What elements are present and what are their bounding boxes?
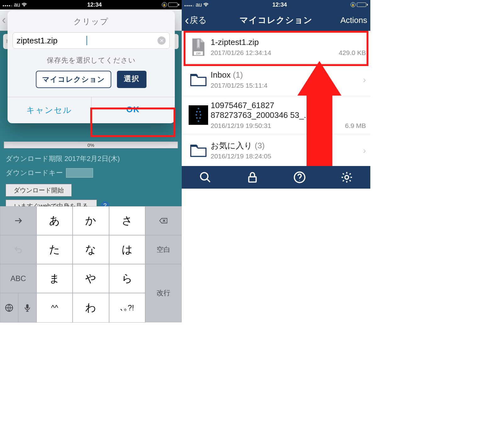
annotation-arrow (305, 61, 334, 166)
signal-dots-icon (3, 2, 13, 8)
nav-title: マイコレクション (240, 14, 312, 26)
progress-bar: 0% (4, 141, 178, 148)
key-mic[interactable] (18, 293, 36, 323)
wifi-icon (21, 3, 27, 7)
svg-point-5 (201, 173, 208, 180)
actions-button[interactable]: Actions (340, 15, 367, 25)
cancel-button[interactable]: キャンセル (8, 97, 91, 123)
key-na[interactable]: な (73, 235, 109, 264)
nav-bar: ‹ 戻る マイコレクション Actions (182, 9, 370, 31)
key-enter[interactable]: 改行 (145, 264, 182, 322)
file-list: ZIP 1-ziptest1.zip 2017/01/26 12:34:14 4… (182, 31, 370, 166)
clear-text-icon[interactable]: ✕ (158, 36, 166, 45)
tab-help[interactable] (276, 166, 323, 189)
download-start-button[interactable]: ダウンロード開始 (6, 184, 72, 196)
list-item[interactable]: ZIP 1-ziptest1.zip 2017/01/26 12:34:14 4… (182, 31, 370, 64)
svg-text:ZIP: ZIP (196, 51, 201, 55)
list-item[interactable]: Inbox (1) 2017/01/25 15:11:4 › (182, 64, 370, 96)
key-punct[interactable]: ､｡?! (109, 293, 145, 323)
tab-lock[interactable] (229, 166, 276, 189)
wifi-icon (203, 3, 209, 7)
japanese-keyboard[interactable]: あ か さ た な は 空白 ABC ま (0, 206, 182, 323)
carrier-label: au (196, 2, 202, 8)
file-date: 2016/12/19 18:24:05 (211, 152, 271, 160)
file-date: 2016/12/19 19:50:31 (211, 122, 271, 130)
ok-button[interactable]: OK (91, 97, 175, 123)
key-input[interactable] (66, 168, 93, 178)
left-screenshot: au 12:34 🔒 ‹ h 0% ダウンロード期限 2017年2月2日(木) … (0, 0, 182, 323)
save-dialog: クリップ ziptest1.zip ✕ 保存先を選択してください マイコレクショ… (8, 11, 175, 123)
key-backspace[interactable] (145, 206, 182, 235)
filename-input-row[interactable]: ziptest1.zip ✕ (13, 32, 170, 49)
help-icon (293, 171, 306, 184)
zip-file-icon: ZIP (191, 38, 206, 57)
folder-name: Inbox (211, 70, 231, 80)
file-date: 2017/01/25 15:11:4 (211, 82, 268, 89)
rotation-lock-icon: 🔒 (162, 2, 167, 7)
expire-label: ダウンロード期限 2017年2月2日(木) (6, 154, 120, 163)
gear-icon (340, 171, 353, 184)
dialog-title: クリップ (8, 16, 175, 27)
svg-rect-1 (26, 304, 29, 309)
battery-icon (168, 3, 179, 7)
key-ka[interactable]: か (73, 206, 109, 235)
key-sa[interactable]: さ (109, 206, 145, 235)
battery-icon (357, 3, 368, 7)
rotation-lock-icon: 🔒 (351, 2, 356, 7)
status-bar: au 12:34 🔒 (182, 0, 370, 9)
item-count: (3) (255, 141, 265, 150)
chevron-right-icon: › (361, 146, 366, 156)
search-icon (199, 171, 212, 184)
key-space[interactable]: 空白 (145, 235, 182, 264)
svg-point-9 (345, 175, 349, 179)
image-thumbnail: ✦✦ ✦✦ ✦✦ ✦✦ (189, 105, 208, 125)
item-count: (1) (233, 70, 243, 80)
key-next-candidate[interactable] (0, 206, 36, 235)
folder-icon (190, 143, 207, 158)
tab-bar (182, 166, 370, 189)
file-size: 429.0 KB (339, 49, 366, 57)
lock-icon (246, 171, 259, 184)
dialog-subtitle: 保存先を選択してください (8, 56, 175, 65)
text-cursor (86, 36, 87, 45)
carrier-label: au (14, 2, 20, 8)
key-kao[interactable]: ^^ (36, 293, 73, 323)
key-abc[interactable]: ABC (0, 264, 36, 293)
filename-input[interactable]: ziptest1.zip (17, 36, 87, 46)
file-date: 2017/01/26 12:34:14 (211, 49, 271, 57)
signal-dots-icon (184, 2, 194, 8)
key-a[interactable]: あ (36, 206, 73, 235)
key-ha[interactable]: は (109, 235, 145, 264)
back-chevron-icon: ‹ (0, 13, 6, 27)
key-ya[interactable]: や (73, 264, 109, 293)
key-wa[interactable]: わ (73, 293, 109, 323)
file-name: 1-ziptest1.zip (211, 37, 327, 47)
svg-rect-6 (249, 177, 256, 182)
file-size: 6.9 MB (345, 122, 366, 130)
svg-rect-2 (197, 39, 200, 48)
key-undo[interactable] (0, 235, 36, 264)
back-chevron-icon: ‹ (185, 17, 189, 23)
select-folder-button[interactable]: 選択 (117, 71, 146, 88)
destination-button[interactable]: マイコレクション (36, 71, 111, 88)
status-bar: au 12:34 🔒 (0, 0, 182, 9)
tab-settings[interactable] (323, 166, 370, 189)
back-button[interactable]: ‹ 戻る (185, 14, 207, 26)
list-item[interactable]: お気に入り (3) 2016/12/19 18:24:05 › (182, 134, 370, 166)
clock: 12:34 (273, 2, 287, 8)
svg-point-8 (299, 180, 300, 181)
key-ra[interactable]: ら (109, 264, 145, 293)
tab-search[interactable] (182, 166, 229, 189)
folder-name: お気に入り (211, 141, 252, 150)
clock: 12:34 (87, 2, 102, 8)
right-screenshot: au 12:34 🔒 ‹ 戻る マイコレクション Actions (182, 0, 370, 189)
key-ta[interactable]: た (36, 235, 73, 264)
key-ma[interactable]: ま (36, 264, 73, 293)
download-key-row: ダウンロードキー (6, 168, 93, 178)
key-globe[interactable] (0, 293, 18, 323)
chevron-right-icon: › (361, 75, 366, 85)
folder-icon (190, 73, 207, 87)
list-item[interactable]: ✦✦ ✦✦ ✦✦ ✦✦ 10975467_61827 878273763_200… (182, 96, 370, 134)
